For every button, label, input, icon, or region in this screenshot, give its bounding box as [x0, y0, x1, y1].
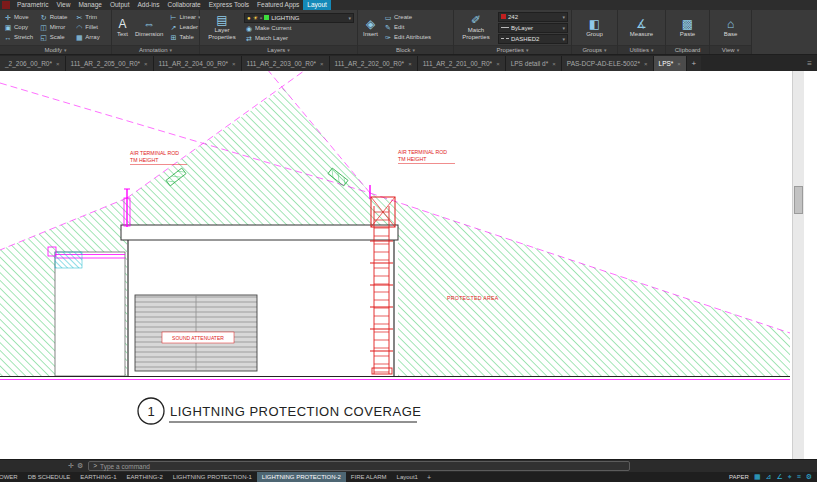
- layout-tab-lightning-protection-1[interactable]: LIGHTNING PROTECTION-1: [168, 472, 257, 482]
- layer-properties-button[interactable]: ▤Layer Properties: [203, 11, 241, 44]
- settings-gear-icon[interactable]: ⚙: [806, 472, 812, 482]
- scrollbar-thumb[interactable]: [794, 186, 803, 214]
- new-drawing-tab-button[interactable]: +: [687, 56, 701, 71]
- close-tab-icon[interactable]: ×: [144, 61, 148, 67]
- polar-tracking-icon[interactable]: ∠: [776, 472, 782, 482]
- array-button[interactable]: ▦Array: [74, 33, 108, 42]
- file-tab[interactable]: 111_AR_2_203_00_R0*×: [242, 56, 330, 71]
- paste-button[interactable]: ▩Paste: [678, 11, 697, 44]
- layout-tab-layout1[interactable]: Layout1: [392, 472, 423, 482]
- layer-select[interactable]: ● ☀ ▫ LIGHTING ▾: [244, 13, 354, 23]
- menu-addins[interactable]: Add-ins: [133, 0, 163, 10]
- panel-expand-icon: ▾: [413, 47, 416, 53]
- insert-button[interactable]: ◈Insert: [361, 11, 380, 44]
- menu-layout[interactable]: Layout: [303, 0, 331, 10]
- layer-color-swatch: [264, 15, 269, 20]
- close-tab-icon[interactable]: ×: [232, 61, 236, 67]
- group-button[interactable]: ◧Group: [584, 11, 605, 44]
- move-button[interactable]: ✛Move: [3, 13, 37, 22]
- panel-footer-utilities[interactable]: Utilities▾: [618, 45, 665, 54]
- customize-icon[interactable]: ✛: [68, 462, 74, 470]
- panel-footer-clipboard[interactable]: Clipboard: [666, 45, 709, 54]
- fillet-button[interactable]: ◠Fillet: [74, 23, 108, 32]
- menu-parametric[interactable]: Parametric: [13, 0, 52, 10]
- scale-button[interactable]: ◱Scale: [39, 33, 73, 42]
- base-button[interactable]: ⌂Base: [722, 11, 740, 44]
- command-input[interactable]: > Type a command: [88, 461, 630, 471]
- linetype-select[interactable]: DASHED2▾: [498, 34, 568, 44]
- layout-tab-power[interactable]: POWER: [0, 472, 23, 482]
- snap-icon[interactable]: ⊿: [766, 472, 772, 482]
- close-tab-icon[interactable]: ×: [552, 61, 556, 67]
- menu-view[interactable]: View: [52, 0, 74, 10]
- close-tab-icon[interactable]: ×: [320, 61, 324, 67]
- menu-manage[interactable]: Manage: [74, 0, 106, 10]
- panel-footer-block[interactable]: Block▾: [358, 45, 453, 54]
- layout-tab-db-schedule[interactable]: DB SCHEDULE: [23, 472, 76, 482]
- dimension-button[interactable]: ⇔Dimension: [133, 11, 165, 44]
- file-tab[interactable]: 111_AR_2_201_00_R0*×: [418, 56, 506, 71]
- close-tab-icon[interactable]: ×: [408, 61, 412, 67]
- create-block-button[interactable]: ▭Create: [383, 13, 432, 22]
- app-logo[interactable]: [2, 1, 10, 9]
- measure-button[interactable]: ∡Measure: [628, 11, 655, 44]
- menu-collaborate[interactable]: Collaborate: [163, 0, 204, 10]
- layout-tab-earthing-2[interactable]: EARTHING-2: [122, 472, 168, 482]
- file-tab[interactable]: PAS-DCP-AD-ELE-5002*×: [562, 56, 654, 71]
- file-tab[interactable]: 111_AR_2_204_00_R0*×: [154, 56, 242, 71]
- panel-footer-modify[interactable]: Modify▾: [0, 45, 111, 54]
- text-button[interactable]: AText: [115, 11, 130, 44]
- detail-title-block[interactable]: 1 LIGHTNING PROTECTION COVERAGE: [138, 398, 421, 424]
- leader-button[interactable]: ↗Leader▾: [168, 23, 203, 32]
- panel-footer-annotation[interactable]: Annotation▾: [112, 45, 199, 54]
- panel-footer-properties[interactable]: Properties▾: [454, 45, 571, 54]
- close-tab-icon[interactable]: ×: [56, 61, 60, 67]
- new-layout-button[interactable]: +: [423, 474, 435, 481]
- close-tab-icon[interactable]: ×: [644, 61, 648, 67]
- paper-space-toggle[interactable]: PAPER: [729, 474, 749, 480]
- left-structure[interactable]: [48, 247, 125, 376]
- stretch-button[interactable]: ↔Stretch: [3, 33, 37, 42]
- match-layer-button[interactable]: ⇄Match Layer: [244, 34, 354, 43]
- object-color-select[interactable]: 242▾: [498, 12, 568, 22]
- edit-attributes-button[interactable]: ✑Edit Attributes: [383, 33, 432, 42]
- mirror-button[interactable]: ◫Mirror: [39, 23, 73, 32]
- file-tab[interactable]: _2_206_00_R0*×: [0, 56, 66, 71]
- make-current-button[interactable]: ◉Make Current: [244, 24, 354, 33]
- close-tab-icon[interactable]: ×: [496, 61, 500, 67]
- tab-overflow-menu-icon[interactable]: ≡: [802, 56, 817, 71]
- drawing-canvas[interactable]: SOUND ATTENUATER: [0, 71, 817, 459]
- menu-featured-apps[interactable]: Featured Apps: [253, 0, 303, 10]
- layer-properties-label: Layer Properties: [205, 27, 239, 40]
- ground-line[interactable]: [0, 377, 790, 380]
- menu-express-tools[interactable]: Express Tools: [205, 0, 253, 10]
- lineweight-select[interactable]: ByLayer▾: [498, 23, 568, 33]
- object-snap-icon[interactable]: ⌖: [788, 472, 792, 482]
- match-properties-button[interactable]: ✐Match Properties: [457, 11, 495, 44]
- panel-block: ◈Insert ▭Create ✎Edit ✑Edit Attributes B…: [358, 10, 454, 54]
- sound-attenuater[interactable]: SOUND ATTENUATER: [135, 295, 257, 371]
- copy-button[interactable]: ▣Copy: [3, 23, 37, 32]
- file-tab[interactable]: 111_AR_2_202_00_R0*×: [330, 56, 418, 71]
- panel-footer-groups[interactable]: Groups▾: [572, 45, 617, 54]
- vertical-scrollbar[interactable]: [792, 71, 804, 459]
- linear-button[interactable]: ⊢Linear▾: [168, 13, 203, 22]
- layout-tab-lightning-protection-2[interactable]: LIGHTNING PROTECTION-2: [257, 472, 346, 482]
- panel-footer-view[interactable]: View▾: [710, 45, 751, 54]
- status-menu-icon[interactable]: ≡: [797, 472, 801, 482]
- table-button[interactable]: ⊞Table: [168, 33, 203, 42]
- trim-button[interactable]: ✂Trim: [74, 13, 108, 22]
- grid-icon[interactable]: ▦: [754, 472, 761, 482]
- menu-output[interactable]: Output: [106, 0, 134, 10]
- file-tab-active[interactable]: LPS*×: [654, 56, 687, 71]
- edit-block-button[interactable]: ✎Edit: [383, 23, 432, 32]
- layout-tab-fire-alarm[interactable]: FIRE ALARM: [346, 472, 392, 482]
- gear-icon[interactable]: ⚙: [77, 462, 83, 470]
- rotate-button[interactable]: ↻Rotate: [39, 13, 73, 22]
- panel-footer-layers[interactable]: Layers▾: [200, 45, 357, 54]
- layout-tab-earthing-1[interactable]: EARTHING-1: [75, 472, 121, 482]
- close-tab-icon[interactable]: ×: [677, 61, 681, 67]
- file-tab[interactable]: LPS detail d*×: [506, 56, 562, 71]
- file-tab[interactable]: 111_AR_2_205_00_R0*×: [66, 56, 154, 71]
- trim-icon: ✂: [75, 13, 83, 22]
